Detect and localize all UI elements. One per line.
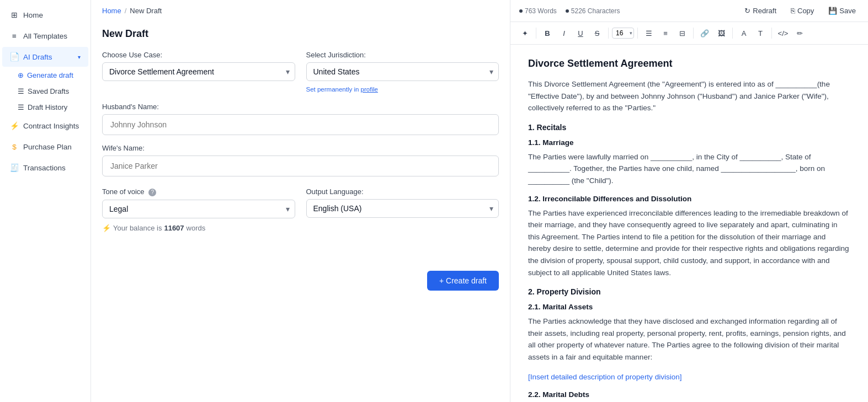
use-case-select[interactable]: Divorce Settlement Agreement	[102, 62, 295, 81]
doc-section2-1-text: The Parties acknowledge that they have d…	[528, 315, 850, 363]
contract-insights-icon: ⚡	[10, 121, 19, 130]
use-case-jurisdiction-row: Choose Use Case: Divorce Settlement Agre…	[102, 51, 499, 93]
balance-lightning-icon: ⚡	[102, 224, 111, 232]
doc-content: Divorce Settlement Agreement This Divorc…	[510, 45, 868, 402]
sidebar: ⊞ Home ≡ All Templates 📄 AI Drafts ▾ ⊕ G…	[0, 0, 91, 402]
char-count: 5226 Characters	[571, 7, 620, 15]
format-ol-button[interactable]: ≡	[658, 25, 673, 41]
wife-name-input[interactable]	[102, 156, 499, 176]
doc-title: Divorce Settlement Agreement	[528, 58, 850, 69]
wife-name-group: Wife's Name:	[102, 144, 499, 176]
use-case-group: Choose Use Case: Divorce Settlement Agre…	[102, 51, 295, 93]
char-count-dot	[566, 9, 569, 13]
use-case-label: Choose Use Case:	[102, 51, 295, 59]
ai-drafts-chevron: ▾	[78, 54, 81, 60]
husband-name-label: Husband's Name:	[102, 103, 499, 111]
sidebar-item-home[interactable]: ⊞ Home	[2, 5, 88, 25]
saved-drafts-icon: ☰	[18, 87, 24, 95]
format-ul-button[interactable]: ☰	[641, 25, 657, 41]
draft-history-icon: ☰	[18, 103, 24, 111]
sidebar-item-purchase-plan[interactable]: $ Purchase Plan	[2, 137, 88, 157]
format-code-button[interactable]: </>	[775, 25, 791, 41]
word-count-stat: 763 Words	[519, 7, 557, 15]
save-button[interactable]: 💾 Save	[825, 4, 859, 17]
use-case-select-wrapper: Divorce Settlement Agreement	[102, 62, 295, 81]
generate-draft-dot: ⊕	[18, 71, 24, 79]
sidebar-sub-generate-draft[interactable]: ⊕ Generate draft	[0, 67, 90, 83]
doc-section2-1-placeholder: [Insert detailed description of property…	[528, 371, 850, 383]
format-text-button[interactable]: T	[753, 25, 768, 41]
husband-name-input[interactable]	[102, 114, 499, 135]
jurisdiction-select-wrapper: United States	[306, 62, 499, 81]
redraft-icon: ↻	[744, 7, 750, 15]
format-pen-button[interactable]: ✏	[792, 25, 807, 41]
format-wand-button[interactable]: ✦	[517, 25, 532, 41]
word-count-dot	[519, 9, 523, 13]
copy-button[interactable]: ⎘ Copy	[787, 4, 817, 17]
left-panel: Home / New Draft New Draft Choose Use Ca…	[91, 0, 510, 402]
doc-section1-1-text: The Parties were lawfully married on ___…	[528, 151, 850, 187]
doc-section2-2-heading: 2.2. Marital Debts	[528, 390, 850, 399]
purchase-plan-icon: $	[10, 142, 19, 151]
sidebar-sub-saved-drafts[interactable]: ☰ Saved Drafts	[0, 83, 90, 99]
tone-help-icon[interactable]: ?	[148, 189, 156, 196]
husband-name-group: Husband's Name:	[102, 103, 499, 135]
content-area: Home / New Draft New Draft Choose Use Ca…	[91, 0, 868, 402]
format-font-color-button[interactable]: A	[736, 25, 752, 41]
format-align-button[interactable]: ⊟	[674, 25, 690, 41]
doc-section1-2-text: The Parties have experienced irreconcila…	[528, 207, 850, 279]
right-panel: 763 Words 5226 Characters ↻ Redraft ⎘ Co…	[510, 0, 868, 402]
balance-suffix: words	[187, 224, 206, 232]
char-count-stat: 5226 Characters	[566, 7, 620, 15]
tone-select-wrapper: Legal	[102, 200, 295, 218]
output-lang-label: Output Language:	[306, 187, 499, 196]
tone-group: Tone of voice ? Legal	[102, 187, 295, 218]
save-icon: 💾	[828, 7, 837, 15]
doc-actions: ↻ Redraft ⎘ Copy 💾 Save	[741, 4, 859, 17]
balance-row: ⚡ Your balance is 11607 words	[102, 224, 499, 232]
sidebar-item-ai-drafts[interactable]: 📄 AI Drafts ▾	[2, 47, 88, 67]
format-underline-button[interactable]: U	[573, 25, 588, 41]
sidebar-item-contract-insights[interactable]: ⚡ Contract Insights	[2, 116, 88, 136]
font-size-wrapper: 16	[612, 28, 634, 39]
redraft-button[interactable]: ↻ Redraft	[741, 4, 780, 17]
format-bold-button[interactable]: B	[540, 25, 555, 41]
sidebar-sub-draft-history[interactable]: ☰ Draft History	[0, 99, 90, 115]
balance-prefix: Your balance is	[113, 224, 162, 232]
page-title: New Draft	[102, 28, 499, 40]
ai-drafts-icon: 📄	[10, 52, 19, 61]
balance-value: 11607	[164, 224, 184, 232]
format-toolbar: ✦ B I U S 16 ☰ ≡ ⊟ 🔗 🖼	[510, 22, 868, 45]
set-permanently-link: Set permanently in profile	[306, 86, 499, 93]
sidebar-item-all-templates[interactable]: ≡ All Templates	[2, 26, 88, 46]
breadcrumb-current: New Draft	[130, 7, 162, 15]
format-italic-button[interactable]: I	[556, 25, 572, 41]
breadcrumb: Home / New Draft	[91, 0, 510, 19]
form-section: New Draft Choose Use Case: Divorce Settl…	[91, 19, 510, 302]
format-image-button[interactable]: 🖼	[713, 25, 729, 41]
jurisdiction-label: Select Jurisdiction:	[306, 51, 499, 59]
create-draft-button[interactable]: + Create draft	[427, 271, 499, 291]
fmt-sep-1	[536, 28, 536, 39]
format-strikethrough-button[interactable]: S	[589, 25, 605, 41]
doc-section1-2-heading: 1.2. Irreconcilable Differences and Diss…	[528, 195, 850, 203]
doc-toolbar: 763 Words 5226 Characters ↻ Redraft ⎘ Co…	[510, 0, 868, 22]
doc-section2-heading: 2. Property Division	[528, 287, 850, 296]
tone-select[interactable]: Legal	[102, 200, 295, 218]
word-count: 763 Words	[525, 7, 557, 15]
sidebar-item-transactions[interactable]: 🧾 Transactions	[2, 158, 88, 178]
jurisdiction-select[interactable]: United States	[306, 62, 499, 81]
breadcrumb-separator: /	[125, 7, 127, 15]
output-lang-group: Output Language: English (USA)	[306, 187, 499, 218]
breadcrumb-home[interactable]: Home	[102, 7, 121, 15]
output-lang-select[interactable]: English (USA)	[306, 199, 499, 218]
create-draft-row: + Create draft	[102, 254, 499, 291]
wife-name-label: Wife's Name:	[102, 144, 499, 152]
font-size-select[interactable]: 16	[612, 28, 634, 39]
fmt-sep-5	[732, 28, 733, 39]
doc-section2-1-heading: 2.1. Marital Assets	[528, 303, 850, 311]
format-link-button[interactable]: 🔗	[697, 25, 712, 41]
fmt-sep-4	[693, 28, 694, 39]
home-icon: ⊞	[10, 10, 19, 19]
fmt-sep-6	[771, 28, 772, 39]
